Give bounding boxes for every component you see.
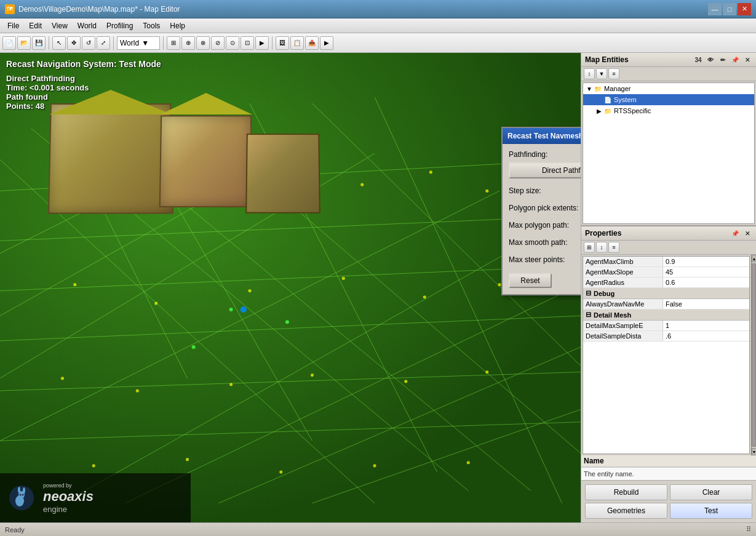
direct-pathfinding-mode-button[interactable]: Direct Pathfinding Mode	[509, 162, 581, 178]
move-button[interactable]: ✥	[67, 36, 81, 50]
tb-btn-10[interactable]: ⊡	[241, 36, 254, 50]
menu-bar: File Edit View World Profiling Tools Hel…	[0, 18, 756, 33]
tb-btn-9[interactable]: ⊙	[226, 36, 239, 50]
tree-item-rtsspecific[interactable]: ▶ 📁 RTSSpecific	[583, 105, 754, 116]
max-smooth-row: Max smooth path: ▲ ▼	[509, 236, 581, 249]
prop-agent-max-climb-name: AgentMaxClimb	[583, 257, 663, 266]
nav-overlay: Recast Navigation System: Test Mode Dire…	[6, 59, 161, 111]
reset-button[interactable]: Reset	[509, 273, 552, 288]
close-button[interactable]: ✕	[738, 3, 751, 15]
edit-icon[interactable]: ✏	[718, 55, 728, 65]
maximize-button[interactable]: □	[723, 3, 736, 15]
prop-agent-max-slope-value[interactable]: 45	[663, 267, 749, 277]
tree-item-system[interactable]: 📄 System	[583, 94, 754, 105]
title-bar: 🗺 Demos\VillageDemo\Map\Map.map* - Map E…	[0, 0, 756, 18]
map-entities-header: Map Entities 34 👁 ✏ 📌 ✕	[581, 53, 756, 67]
logo-main-text: neoaxis	[43, 489, 94, 504]
rotate-button[interactable]: ↺	[82, 36, 95, 50]
props-close-icon[interactable]: ✕	[742, 228, 752, 238]
map-entities-header-icons: 34 👁 ✏ 📌 ✕	[693, 55, 752, 65]
tb-btn-11[interactable]: ▶	[255, 36, 269, 50]
entities-list-btn[interactable]: ≡	[608, 68, 619, 79]
prop-detail-max-sample-value[interactable]: 1	[663, 321, 749, 330]
tb-btn-14[interactable]: 📤	[305, 36, 319, 50]
properties-scrollbar[interactable]: ▲ ▼	[751, 255, 756, 455]
expand-rts-icon[interactable]: ▶	[595, 108, 603, 114]
scroll-thumb[interactable]	[752, 263, 756, 447]
prop-group-detail-mesh: ⊟ Detail Mesh	[583, 310, 749, 321]
open-button[interactable]: 📂	[17, 36, 31, 50]
toolbar-sep-4	[272, 36, 273, 50]
entities-sort-btn[interactable]: ↕	[584, 68, 595, 79]
menu-world[interactable]: World	[73, 18, 101, 33]
close-panel-icon[interactable]: ✕	[742, 55, 752, 65]
overlay-line4: Points: 48	[6, 102, 161, 111]
bottom-buttons: Rebuild Clear Geometries Test	[581, 480, 756, 522]
clear-button[interactable]: Clear	[670, 484, 752, 500]
max-smooth-label: Max smooth path:	[509, 238, 567, 247]
logo-area: powered by neoaxis engine	[0, 473, 191, 522]
menu-file[interactable]: File	[2, 18, 24, 33]
tb-btn-5[interactable]: ⊞	[167, 36, 180, 50]
pin-icon[interactable]: 📌	[730, 55, 740, 65]
dialog-title: Recast Test Navmesh	[507, 132, 581, 140]
menu-tools[interactable]: Tools	[138, 18, 165, 33]
entities-toolbar-buttons: ↕ ▼ ≡	[584, 68, 619, 79]
save-button[interactable]: 💾	[32, 36, 46, 50]
tb-btn-15[interactable]: ▶	[320, 36, 333, 50]
bottom-buttons-row-2: Geometries Test	[585, 503, 752, 519]
app-icon: 🗺	[5, 4, 15, 14]
neoaxis-logo-icon	[6, 482, 37, 513]
world-dropdown[interactable]: World ▼	[117, 36, 160, 50]
test-button[interactable]: Test	[670, 503, 752, 519]
toolbar-sep-1	[49, 36, 49, 50]
tb-btn-13[interactable]: 📋	[290, 36, 304, 50]
entities-filter-btn[interactable]: ▼	[596, 68, 607, 79]
minimize-button[interactable]: —	[708, 3, 722, 15]
step-size-label: Step size:	[509, 186, 541, 195]
properties-toolbar: ⊞ ↕ ≡	[581, 241, 756, 255]
tb-btn-7[interactable]: ⊗	[196, 36, 210, 50]
prop-always-draw-value[interactable]: False	[663, 299, 749, 309]
tb-btn-8[interactable]: ⊘	[211, 36, 225, 50]
resize-handle-icon[interactable]: ⠿	[746, 526, 751, 534]
tb-btn-6[interactable]: ⊕	[181, 36, 195, 50]
rebuild-button[interactable]: Rebuild	[585, 484, 667, 500]
expand-manager-icon[interactable]: ▼	[586, 86, 593, 92]
max-polygon-label: Max polygon path:	[509, 221, 569, 230]
scale-button[interactable]: ⤢	[97, 36, 110, 50]
toolbar-sep-3	[163, 36, 164, 50]
minus-icon: ⊟	[586, 289, 591, 297]
prop-group-detail-label: Detail Mesh	[594, 311, 631, 319]
geometries-button[interactable]: Geometries	[585, 503, 667, 519]
status-text: Ready	[5, 526, 25, 534]
scroll-down-arrow[interactable]: ▼	[752, 448, 756, 455]
props-btn-1[interactable]: ⊞	[584, 242, 595, 253]
prop-detail-sample-dist-value[interactable]: .6	[663, 331, 749, 341]
menu-edit[interactable]: Edit	[24, 18, 47, 33]
overlay-title: Recast Navigation System: Test Mode	[6, 59, 161, 69]
eye-icon[interactable]: 👁	[706, 55, 715, 65]
window-title: Demos\VillageDemo\Map\Map.map* - Map Edi…	[18, 5, 180, 14]
tree-item-manager[interactable]: ▼ 📁 Manager	[583, 83, 754, 94]
prop-agent-radius-value[interactable]: 0.6	[663, 278, 749, 287]
menu-view[interactable]: View	[47, 18, 73, 33]
menu-profiling[interactable]: Profiling	[101, 18, 138, 33]
prop-always-draw-name: AlwaysDrawNavMe	[583, 299, 663, 309]
prop-agent-max-climb-value[interactable]: 0.9	[663, 257, 749, 266]
properties-header: Properties 📌 ✕	[581, 226, 756, 241]
dialog-body: Pathfinding: Direct Pathfinding Mode Ste…	[503, 144, 581, 294]
menu-help[interactable]: Help	[165, 18, 190, 33]
prop-group-debug-label: Debug	[594, 290, 615, 297]
props-pin-icon[interactable]: 📌	[730, 228, 740, 238]
scroll-up-arrow[interactable]: ▲	[752, 255, 756, 262]
viewport[interactable]: Recast Navigation System: Test Mode Dire…	[0, 53, 581, 522]
props-btn-3[interactable]: ≡	[608, 242, 619, 253]
entities-tree-view[interactable]: ▼ 📁 Manager 📄 System ▶ 📁 RTSSpecific	[583, 82, 755, 224]
tb-btn-12[interactable]: 🖼	[276, 36, 289, 50]
props-btn-2[interactable]: ↕	[596, 242, 607, 253]
prop-desc-title: Name	[581, 455, 756, 467]
chevron-down-icon: ▼	[141, 39, 149, 47]
new-button[interactable]: 📄	[2, 36, 16, 50]
select-button[interactable]: ↖	[52, 36, 66, 50]
